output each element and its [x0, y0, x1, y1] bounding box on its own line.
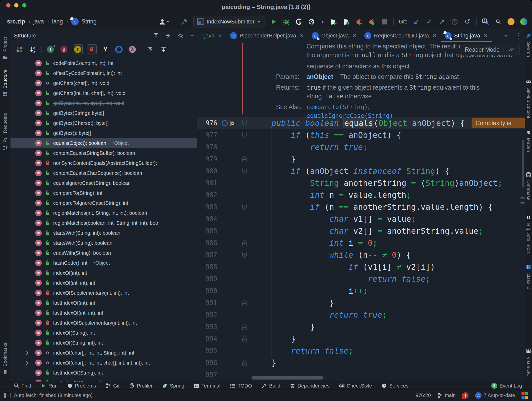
expand-all-icon[interactable]	[153, 33, 159, 39]
tool-window-bar-spring[interactable]: Spring	[162, 383, 184, 389]
chip-debug-icon[interactable]	[342, 17, 350, 26]
breadcrumb-item[interactable]: java	[33, 18, 44, 25]
close-tab-icon[interactable]: ✕	[218, 33, 222, 39]
structure-item[interactable]: m indexOf(String, int): int	[10, 338, 197, 348]
collapse-all-icon[interactable]	[165, 33, 171, 39]
structure-item[interactable]: m offsetByCodePoints(int, int): int	[10, 68, 197, 78]
plugin-sphere-icon[interactable]	[520, 17, 528, 26]
profiler-icon[interactable]	[308, 17, 315, 26]
git-update-icon[interactable]: ↙	[413, 17, 420, 26]
tool-window-bar-dependencies[interactable]: Dependencies	[290, 383, 329, 389]
structure-item[interactable]: m startsWith(String, int): boolean	[10, 228, 197, 238]
tool-window-bar-git[interactable]: Git	[105, 383, 120, 389]
overrides-method-icon[interactable]	[222, 120, 228, 126]
tool-window-button-github-copilot[interactable]: GitHub Copilot	[525, 79, 532, 118]
structure-item[interactable]: ❯ m indexOf(char[], int, int, char[], in…	[10, 358, 197, 368]
caret-position[interactable]: 976:20	[416, 393, 431, 398]
structure-item[interactable]: m compareToIgnoreCase(String): int	[10, 198, 197, 208]
structure-item[interactable]: m startsWith(String): boolean	[10, 238, 197, 248]
code-line-994[interactable]: 994 }	[197, 333, 525, 345]
update-available-icon[interactable]: ↑	[507, 17, 515, 26]
chip-run-icon[interactable]	[330, 17, 337, 26]
structure-item[interactable]: m endsWith(String): boolean	[10, 248, 197, 258]
code-line-995[interactable]: 995 return false;	[197, 345, 525, 357]
fold-region-end-icon[interactable]	[241, 335, 248, 342]
fold-region-end-icon[interactable]	[241, 156, 248, 163]
editor-tab-RequestCountDO.java[interactable]: c RequestCountDO.java ✕	[360, 29, 441, 42]
vertical-scrollbar[interactable]	[522, 140, 524, 187]
sort-by-visibility-icon[interactable]	[14, 45, 24, 54]
tool-window-button-database[interactable]: Database	[525, 172, 532, 200]
structure-item[interactable]: ❯ m indexOf(char[], int, int, String, in…	[10, 348, 197, 358]
code-line-978[interactable]: 978 return true;	[197, 141, 525, 153]
code-line-985[interactable]: 985 char v2[] = anotherString.value;	[197, 225, 525, 237]
undo-icon[interactable]: ↺	[464, 17, 471, 26]
horizontal-scrollbar[interactable]	[252, 376, 323, 380]
tool-window-bar-event-log[interactable]: 2Event Log	[491, 383, 522, 389]
tool-window-bar-build[interactable]: Build	[262, 383, 280, 389]
history-icon[interactable]	[451, 17, 458, 26]
structure-item[interactable]: m indexOf(int): int	[10, 268, 197, 278]
code-line-991[interactable]: 991 }	[197, 297, 525, 309]
show-inherited-icon[interactable]: I↑	[46, 45, 55, 54]
structure-item[interactable]: m indexOf(int, int): int	[10, 278, 197, 288]
structure-item[interactable]: m equals(Object): boolean ↑Object	[10, 138, 197, 148]
reader-mode-popup[interactable]: Reader Mode ✓✓	[460, 44, 520, 55]
show-lambdas-icon[interactable]: λ	[128, 45, 137, 54]
structure-item[interactable]: m contentEquals(StringBuffer): boolean	[10, 148, 197, 158]
close-tab-icon[interactable]: ✕	[432, 33, 437, 39]
structure-item[interactable]: m getBytes(): byte[]	[10, 128, 197, 138]
run-icon[interactable]	[270, 17, 277, 26]
tool-window-bar-find[interactable]: Find	[14, 383, 31, 389]
code-line-983[interactable]: 983 if (n == anotherString.value.length)…	[197, 201, 525, 213]
tool-window-button-visualgc[interactable]: VisualGC	[525, 348, 532, 377]
tool-window-button-big-data-tools[interactable]: D Big Data Tools	[525, 215, 532, 254]
fold-region-start-icon[interactable]	[241, 132, 248, 139]
fold-region-end-icon[interactable]	[241, 323, 248, 330]
stop-icon[interactable]	[381, 17, 388, 26]
code-line-997[interactable]: 997	[197, 369, 525, 381]
git-branch-widget[interactable]: main	[437, 393, 456, 398]
structure-item[interactable]: m equalsIgnoreCase(String): boolean	[10, 178, 197, 188]
close-tab-icon[interactable]: ✕	[300, 33, 304, 39]
tool-window-button-project[interactable]: Project	[0, 37, 10, 60]
close-tab-icon[interactable]: ✕	[352, 33, 356, 39]
code-line-987[interactable]: 987 while (n-- ≠ 0) {	[197, 249, 525, 261]
tool-window-button-bookmarks[interactable]: Bookmarks	[0, 343, 10, 375]
code-line-996[interactable]: 996 }	[197, 357, 525, 369]
tool-window-bar-terminal[interactable]: Terminal	[194, 383, 221, 389]
structure-item[interactable]: m indexOf(String): int	[10, 328, 197, 338]
code-line-992[interactable]: 992 return true;	[197, 309, 525, 321]
git-commit-icon[interactable]: ✓	[425, 17, 433, 26]
search-icon[interactable]	[495, 17, 502, 26]
structure-item[interactable]: m getBytes(Charset): byte[]	[10, 118, 197, 128]
fold-region-start-icon[interactable]	[241, 120, 248, 127]
show-anonymous-icon[interactable]: Y	[101, 45, 110, 54]
code-line-981[interactable]: 981 String anotherString = (String)anObj…	[197, 177, 525, 189]
double-check-icon[interactable]: ✓✓	[508, 46, 515, 53]
error-stripe-mark[interactable]	[521, 202, 525, 203]
code-line-977[interactable]: 977 if (this == anObject) {	[197, 129, 525, 141]
layout-icon[interactable]	[4, 393, 10, 398]
code-line-989[interactable]: 989 return false;	[197, 273, 525, 285]
structure-item[interactable]: m getChars(char[], int): void	[10, 78, 197, 88]
code-line-982[interactable]: 982 int n = value.length;	[197, 189, 525, 201]
show-non-public-icon[interactable]	[87, 44, 97, 54]
fold-region-end-icon[interactable]	[241, 239, 248, 246]
hide-icon[interactable]: −	[190, 32, 194, 39]
lightweight-mode-button[interactable]	[525, 33, 532, 38]
structure-item[interactable]: m hashCode(): int ↑Object	[10, 258, 197, 268]
editor-tab-PlaceholderHelper.java[interactable]: c PlaceholderHelper.java ✕	[226, 29, 308, 42]
structure-item[interactable]: m regionMatches(boolean, int, String, in…	[10, 218, 197, 228]
structure-item[interactable]: m codePointCount(int, int): int	[10, 58, 197, 68]
breadcrumb-item[interactable]: lang	[52, 18, 63, 25]
structure-item[interactable]: m getBytes(String): byte[]	[10, 108, 197, 118]
structure-item[interactable]: m getChars(int, int, char[], int): void	[10, 88, 197, 98]
structure-item[interactable]: m lastIndexOfSupplementary(int, int): in…	[10, 318, 197, 328]
tab-options-kebab-icon[interactable]: ⋮	[515, 32, 522, 40]
sync-status-widget[interactable]: △ 7 Δ/up-to-date	[475, 392, 515, 399]
plugin-squares-icon[interactable]	[522, 392, 528, 399]
editor-tab-Object.java[interactable]: c Object.java ✕	[308, 29, 360, 42]
build-hammer-icon[interactable]	[181, 17, 188, 26]
error-stripe-mark[interactable]	[521, 197, 525, 199]
